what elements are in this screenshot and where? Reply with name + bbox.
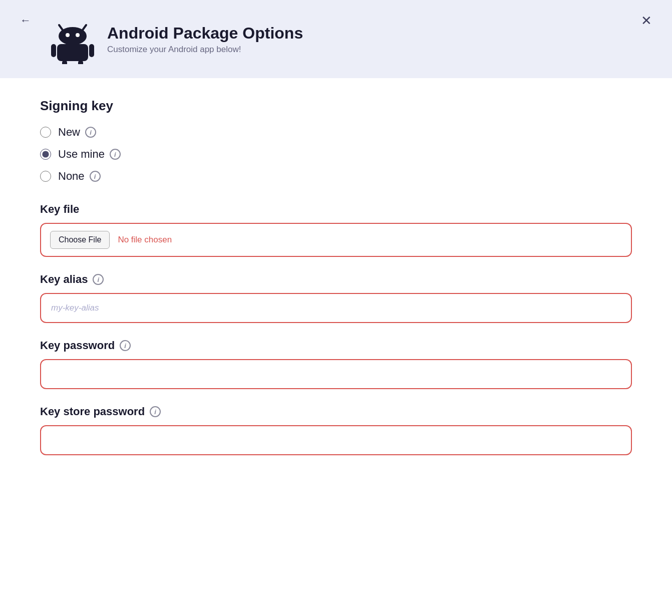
info-icon-key-alias[interactable]: i <box>93 274 104 285</box>
page-title: Android Package Options <box>107 24 303 43</box>
svg-point-3 <box>66 33 70 37</box>
svg-rect-6 <box>51 44 56 57</box>
key-store-password-input[interactable] <box>40 425 632 455</box>
info-icon-key-store-password[interactable]: i <box>150 406 161 417</box>
modal-header: ← Android Packa <box>0 0 672 78</box>
info-icon-new[interactable]: i <box>85 127 96 138</box>
svg-point-2 <box>59 27 87 45</box>
svg-point-4 <box>76 33 80 37</box>
close-button[interactable]: ✕ <box>641 14 652 27</box>
header-left: Android Package Options Customize your A… <box>20 14 303 64</box>
no-file-text: No file chosen <box>118 235 172 245</box>
modal-container: ← Android Packa <box>0 0 672 616</box>
key-password-label: Key password i <box>40 339 632 352</box>
back-button[interactable]: ← <box>20 14 31 27</box>
key-alias-section: Key alias i <box>40 273 632 323</box>
radio-label-use-mine: Use mine i <box>58 148 121 161</box>
info-icon-use-mine[interactable]: i <box>110 149 121 160</box>
radio-item-use-mine[interactable]: Use mine i <box>40 148 632 161</box>
signing-key-radio-group: New i Use mine i None i <box>40 126 632 183</box>
svg-rect-7 <box>89 44 94 57</box>
radio-label-none: None i <box>58 170 101 183</box>
file-input-wrapper: Choose File No file chosen <box>40 223 632 257</box>
radio-label-new: New i <box>58 126 96 139</box>
radio-new[interactable] <box>40 127 51 138</box>
key-alias-label: Key alias i <box>40 273 632 286</box>
radio-none[interactable] <box>40 171 51 182</box>
svg-rect-5 <box>57 44 88 61</box>
page-subtitle: Customize your Android app below! <box>107 45 303 55</box>
info-icon-key-password[interactable]: i <box>120 340 131 351</box>
key-alias-input[interactable] <box>40 293 632 323</box>
key-file-section: Key file Choose File No file chosen <box>40 203 632 257</box>
key-store-password-label: Key store password i <box>40 405 632 418</box>
radio-use-mine[interactable] <box>40 149 51 160</box>
android-icon <box>50 19 95 64</box>
key-password-section: Key password i <box>40 339 632 389</box>
choose-file-button[interactable]: Choose File <box>50 231 110 249</box>
key-password-input[interactable] <box>40 359 632 389</box>
header-text: Android Package Options Customize your A… <box>107 24 303 55</box>
radio-item-new[interactable]: New i <box>40 126 632 139</box>
radio-item-none[interactable]: None i <box>40 170 632 183</box>
key-store-password-section: Key store password i <box>40 405 632 455</box>
key-file-label: Key file <box>40 203 632 216</box>
signing-key-title: Signing key <box>40 98 632 114</box>
modal-body: Signing key New i Use mine i <box>0 78 672 501</box>
info-icon-none[interactable]: i <box>90 171 101 182</box>
